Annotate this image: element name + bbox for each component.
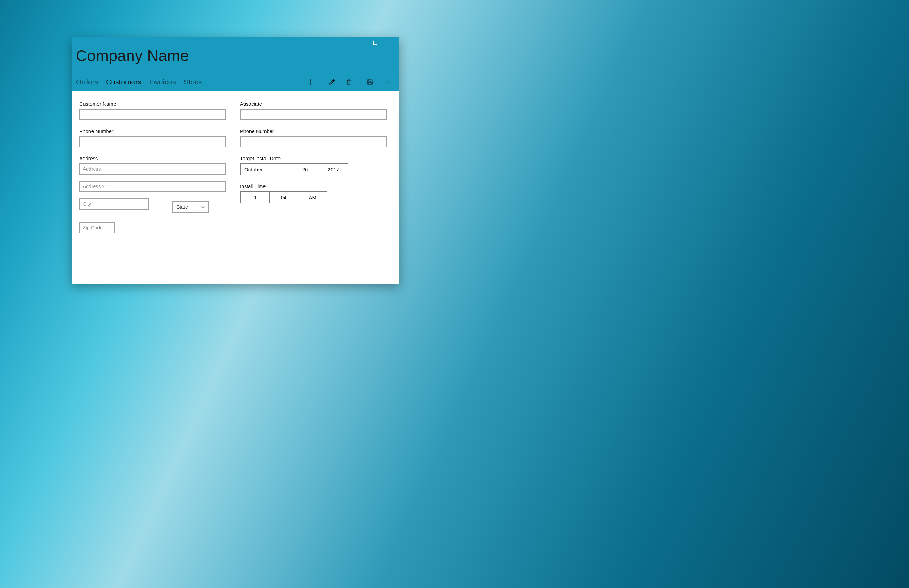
associate-label: Associate (240, 101, 387, 107)
date-day-segment[interactable]: 26 (291, 164, 319, 174)
install-time-picker[interactable]: 9 04 AM (240, 191, 327, 203)
customer-phone-label: Phone Number (79, 129, 226, 134)
install-date-field: Target install Date October 26 2017 (240, 156, 387, 175)
toolbar-separator (359, 78, 359, 86)
associate-phone-label: Phone Number (240, 129, 387, 134)
state-select[interactable]: State (172, 202, 209, 213)
svg-point-7 (387, 82, 387, 82)
zip-input[interactable] (79, 222, 115, 233)
customer-name-label: Customer Name (79, 101, 226, 107)
customer-phone-field: Phone Number (79, 129, 226, 147)
save-icon (367, 79, 374, 86)
trash-icon (345, 79, 352, 86)
chevron-down-icon (201, 205, 205, 209)
customer-name-input[interactable] (79, 109, 226, 120)
edit-button[interactable] (323, 75, 340, 89)
associate-input[interactable] (240, 109, 387, 120)
close-icon (390, 41, 393, 45)
install-time-field: Install Time 9 04 AM (240, 184, 387, 203)
add-button[interactable] (302, 75, 319, 89)
pencil-icon (328, 79, 335, 86)
tab-orders[interactable]: Orders (76, 78, 98, 86)
nav-tabs: Orders Customers Invoices Stock (76, 78, 202, 86)
save-button[interactable] (362, 75, 378, 89)
customer-phone-input[interactable] (79, 136, 226, 147)
associate-phone-input[interactable] (240, 136, 387, 147)
time-ampm-segment[interactable]: AM (298, 192, 327, 202)
tab-customers[interactable]: Customers (106, 78, 141, 86)
close-button[interactable] (383, 37, 399, 48)
app-title: Company Name (76, 47, 189, 65)
desktop-background: Company Name Orders Customers Invoices S… (0, 0, 477, 293)
window-titlebar: Company Name Orders Customers Invoices S… (72, 37, 399, 92)
form-content: Customer Name Phone Number Address (72, 92, 399, 284)
address-line1-input[interactable] (79, 163, 226, 174)
plus-icon (307, 79, 314, 86)
tab-invoices[interactable]: Invoices (149, 78, 176, 86)
more-button[interactable] (378, 75, 395, 89)
app-window: Company Name Orders Customers Invoices S… (72, 37, 399, 284)
svg-point-6 (385, 82, 385, 82)
tab-stock[interactable]: Stock (184, 78, 202, 86)
ellipsis-icon (383, 79, 390, 86)
address-label: Address (79, 156, 226, 161)
date-month-segment[interactable]: October (241, 164, 291, 174)
maximize-button[interactable] (367, 37, 383, 48)
address-field-group: Address State (79, 156, 226, 239)
minimize-button[interactable] (351, 37, 367, 48)
form-left-column: Customer Name Phone Number Address (79, 101, 226, 276)
delete-button[interactable] (340, 75, 357, 89)
state-select-label: State (176, 204, 188, 210)
time-hour-segment[interactable]: 9 (241, 192, 270, 202)
menubar: Orders Customers Invoices Stock (72, 73, 399, 92)
install-date-label: Target install Date (240, 156, 387, 161)
date-year-segment[interactable]: 2017 (319, 164, 348, 174)
associate-phone-field: Phone Number (240, 129, 387, 147)
maximize-icon (374, 41, 377, 45)
minimize-icon (357, 41, 361, 45)
toolbar-separator (321, 78, 322, 86)
install-time-label: Install Time (240, 184, 387, 189)
city-input[interactable] (79, 198, 149, 210)
install-date-picker[interactable]: October 26 2017 (240, 163, 348, 175)
svg-rect-1 (374, 41, 377, 44)
svg-point-8 (388, 82, 389, 82)
associate-field: Associate (240, 101, 387, 120)
command-bar (302, 75, 395, 89)
form-right-column: Associate Phone Number Target install Da… (240, 101, 387, 276)
address-line2-input[interactable] (79, 181, 226, 192)
customer-name-field: Customer Name (79, 101, 226, 120)
window-caption-buttons (351, 37, 399, 48)
time-minute-segment[interactable]: 04 (270, 192, 299, 202)
